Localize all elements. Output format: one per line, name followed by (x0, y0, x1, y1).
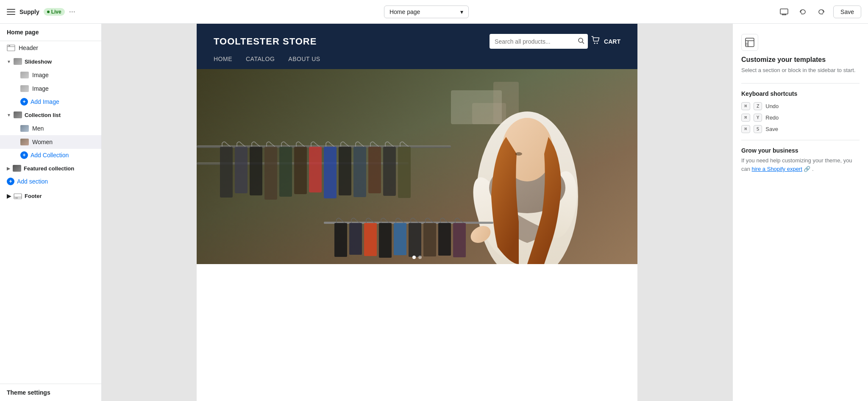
hire-shopify-expert-link[interactable]: hire a Shopify expert (752, 166, 802, 172)
add-collection-button[interactable]: + Add Collection (0, 149, 101, 162)
topbar-left: Supply Live ··· (7, 7, 75, 16)
collection-list-section-icon (14, 111, 22, 118)
svg-rect-23 (250, 147, 262, 195)
page-selector[interactable]: Home page ▾ (384, 6, 469, 18)
add-collection-plus-icon: + (20, 151, 28, 159)
svg-rect-31 (368, 147, 381, 193)
canvas[interactable]: TOOLTESTER STORE (102, 24, 732, 401)
theme-settings-button[interactable]: Theme settings (0, 384, 101, 401)
save-button[interactable]: Save (833, 6, 861, 18)
live-label: Live (51, 9, 61, 15)
sidebar-item-men[interactable]: Men (0, 122, 101, 135)
svg-rect-32 (383, 147, 396, 196)
svg-rect-46 (394, 223, 406, 255)
kbd-s: S (754, 125, 762, 133)
store-preview: TOOLTESTER STORE (197, 24, 637, 401)
cart-button[interactable]: CART (591, 36, 620, 47)
footer-section-icon (14, 193, 22, 199)
footer-label: Footer (25, 193, 42, 199)
svg-point-13 (597, 43, 598, 44)
hero-image (197, 69, 637, 264)
svg-rect-27 (309, 147, 322, 192)
image1-icon (20, 72, 29, 78)
grow-title: Grow your business (741, 147, 860, 154)
hero-dot-1[interactable] (412, 256, 416, 259)
svg-rect-22 (235, 147, 248, 193)
svg-rect-25 (279, 147, 292, 197)
shortcuts-title: Keyboard shortcuts (741, 90, 860, 97)
men-icon (20, 125, 29, 132)
svg-rect-45 (379, 223, 392, 258)
svg-rect-43 (349, 223, 362, 255)
kbd-cmd-1: ⌘ (741, 102, 750, 110)
more-options-icon[interactable]: ··· (69, 7, 75, 16)
panel-title: Customize your templates (741, 56, 860, 64)
grow-text-suffix: 🔗 . (804, 166, 813, 172)
nav-catalog[interactable]: CATALOG (246, 56, 275, 62)
sidebar-item-header[interactable]: Header (0, 41, 101, 55)
template-icon (741, 34, 758, 51)
cart-icon (591, 36, 601, 47)
svg-rect-44 (364, 223, 377, 256)
hero-dots (412, 256, 422, 259)
grow-text: If you need help customizing your theme,… (741, 156, 860, 174)
add-image-button[interactable]: + Add Image (0, 95, 101, 108)
search-input[interactable] (490, 35, 574, 48)
store-header: TOOLTESTER STORE (197, 24, 637, 69)
svg-rect-19 (197, 145, 451, 148)
add-section-plus-icon: + (7, 178, 14, 185)
featured-collection-icon (13, 165, 21, 172)
store-topbar: TOOLTESTER STORE (214, 24, 620, 56)
sidebar-section-featured-collection[interactable]: ▶ Featured collection (0, 162, 101, 175)
header-section-icon (7, 45, 15, 51)
svg-rect-28 (324, 147, 337, 198)
nav-about[interactable]: ABOUT US (288, 56, 320, 62)
kbd-z: Z (754, 102, 762, 110)
add-section-button[interactable]: + Add section (0, 175, 101, 188)
chevron-down-icon: ▾ (460, 8, 463, 15)
undo-shortcut-label: Undo (765, 103, 779, 109)
sidebar-item-image2[interactable]: Image (0, 82, 101, 95)
panel-subtitle: Select a section or block in the sidebar… (741, 66, 860, 75)
add-section-label: Add section (17, 178, 48, 185)
menu-icon[interactable] (7, 8, 15, 16)
sidebar-section-collection-list[interactable]: ▼ Collection list (0, 108, 101, 122)
svg-point-12 (594, 43, 595, 44)
sidebar-item-image1[interactable]: Image (0, 68, 101, 82)
redo-button[interactable] (815, 5, 828, 19)
nav-home[interactable]: HOME (214, 56, 232, 62)
live-dot-icon (47, 11, 50, 13)
svg-rect-24 (264, 147, 277, 200)
page-selector-value: Home page (389, 8, 420, 15)
sidebar: Home page Header ▼ Slideshow Image Image… (0, 24, 102, 401)
women-label: Women (32, 139, 53, 145)
men-label: Men (32, 125, 44, 132)
redo-icon (818, 8, 825, 16)
live-badge: Live (44, 8, 65, 16)
sidebar-section-slideshow[interactable]: ▼ Slideshow (0, 55, 101, 68)
sidebar-page-title: Home page (0, 24, 101, 41)
search-box[interactable] (490, 34, 588, 49)
svg-rect-0 (780, 9, 788, 14)
sidebar-item-women[interactable]: Women (0, 135, 101, 149)
undo-button[interactable] (796, 5, 810, 19)
topbar: Supply Live ··· Home page ▾ (0, 0, 868, 24)
kbd-cmd-2: ⌘ (741, 114, 750, 122)
image2-label: Image (32, 85, 49, 92)
svg-rect-41 (324, 222, 493, 224)
desktop-view-button[interactable] (777, 5, 791, 19)
search-button[interactable] (574, 34, 588, 49)
featured-collapse-icon: ▶ (7, 166, 10, 171)
header-label: Header (19, 45, 38, 51)
kbd-cmd-3: ⌘ (741, 125, 750, 133)
svg-rect-33 (398, 147, 411, 198)
svg-rect-29 (339, 147, 351, 195)
sidebar-section-footer[interactable]: ▶ Footer (0, 189, 101, 203)
main-layout: Home page Header ▼ Slideshow Image Image… (0, 24, 868, 401)
undo-icon (799, 8, 807, 16)
slideshow-section-icon (14, 58, 22, 65)
hero-dot-2[interactable] (418, 256, 422, 259)
svg-rect-26 (294, 147, 307, 194)
save-shortcut-label: Save (765, 126, 778, 132)
hero-slideshow (197, 69, 637, 264)
